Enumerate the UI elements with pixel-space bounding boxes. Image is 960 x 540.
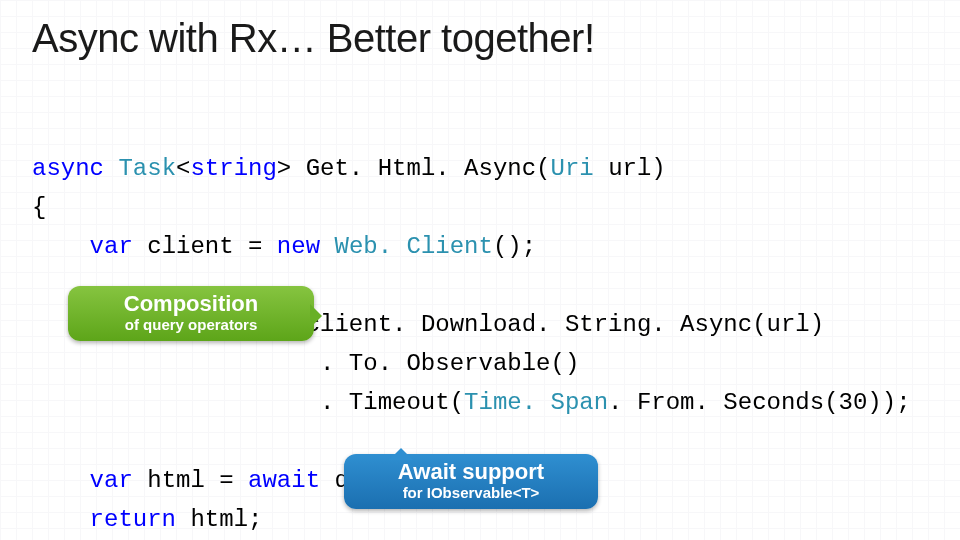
code-token: . Timeout( (32, 389, 464, 416)
callout-composition: Composition of query operators (68, 286, 314, 341)
slide-title: Async with Rx… Better together! (32, 16, 595, 61)
callout-subtitle: for IObservable<T> (358, 484, 584, 501)
code-token: var (32, 233, 133, 260)
code-token: async (32, 155, 104, 182)
code-token (320, 233, 334, 260)
code-token: url) (594, 155, 666, 182)
code-token: (); (493, 233, 536, 260)
code-token: await (248, 467, 320, 494)
callout-subtitle: of query operators (82, 316, 300, 333)
callout-title: Await support (358, 460, 584, 484)
code-token: Time. Span (464, 389, 608, 416)
code-token: html; (176, 506, 262, 533)
code-token: . To. Observable() (32, 350, 579, 377)
callout-await: Await support for IObservable<T> (344, 454, 598, 509)
code-token: client = (133, 233, 277, 260)
code-token: Web. Client (334, 233, 492, 260)
code-token: Uri (551, 155, 594, 182)
callout-title: Composition (82, 292, 300, 316)
code-token: html = (133, 467, 248, 494)
code-token: > Get. Html. Async( (277, 155, 551, 182)
code-token: return (32, 506, 176, 533)
code-token: Task (104, 155, 176, 182)
code-token: { (32, 194, 46, 221)
code-token: . From. Seconds(30)); (608, 389, 910, 416)
code-token: < (176, 155, 190, 182)
code-token: new (277, 233, 320, 260)
code-token: string (190, 155, 276, 182)
code-token: var (32, 467, 133, 494)
